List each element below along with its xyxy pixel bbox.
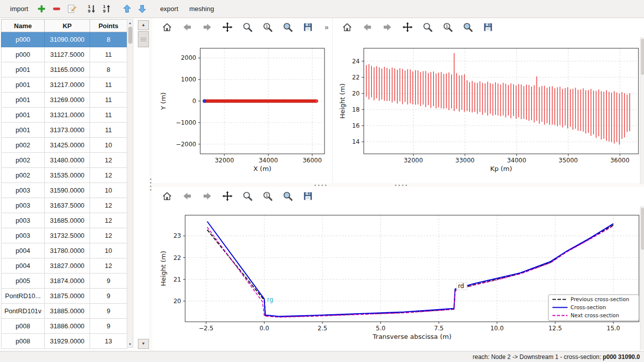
mpl-zoom-selection-button[interactable] <box>460 20 475 35</box>
table-scrollbar[interactable]: ▲ ▼ <box>127 19 133 348</box>
table-row[interactable]: p00831929.000013 <box>2 334 127 349</box>
mpl-zoom-selection-button[interactable] <box>280 189 295 204</box>
mpl-forward-button[interactable] <box>200 189 215 204</box>
splitter-handle[interactable] <box>314 185 327 186</box>
right-scrollbar-bottom-thumb[interactable] <box>641 208 644 250</box>
table-row[interactable]: p00831886.00009 <box>2 319 127 334</box>
table-row[interactable]: p00231535.000012 <box>2 168 127 183</box>
table-scroll-up-icon[interactable]: ▲ <box>127 20 133 26</box>
right-scrollbar-bottom[interactable] <box>640 206 644 350</box>
panel-scrollbar[interactable]: ▲ ▼ <box>138 20 149 349</box>
table-scroll-down-icon[interactable]: ▼ <box>127 341 133 347</box>
cross-section-chart[interactable]: −2.50.02.55.07.510.012.515.020212223Tran… <box>152 205 644 351</box>
cell-points: 12 <box>90 258 127 274</box>
cell-points: 9 <box>90 274 127 289</box>
mpl-pan-button[interactable] <box>400 20 415 35</box>
table-row[interactable]: p00131217.000011 <box>2 77 127 93</box>
mpl-back-button[interactable] <box>180 20 195 35</box>
toolbar-overflow-chevron[interactable]: » <box>325 23 329 31</box>
mpl-zoom-original-button[interactable]: 1 <box>260 189 275 204</box>
table-row[interactable]: p00031127.500011 <box>2 47 127 62</box>
mpl-zoom-button[interactable] <box>240 189 255 204</box>
cell-points: 12 <box>90 153 127 168</box>
cross-section-panel: 1 −2.50.02.55.07.510.012.515.020212223Tr… <box>152 187 644 351</box>
cell-name: p008 <box>2 319 45 334</box>
mpl-back-button[interactable] <box>180 189 195 204</box>
mpl-home-button[interactable] <box>159 189 175 204</box>
panel-scroll-up-button[interactable]: ▲ <box>138 20 149 30</box>
right-scrollbar-top[interactable] <box>640 37 644 184</box>
panel-scrollbar-thumb[interactable] <box>138 31 149 47</box>
add-cross-section-button[interactable] <box>34 2 48 16</box>
mpl-zoom-original-button[interactable]: 1 <box>440 20 455 35</box>
table-row[interactable]: p00131269.000011 <box>2 93 127 108</box>
horizontal-splitter[interactable] <box>152 183 644 187</box>
panel-scroll-down-button[interactable]: ▼ <box>138 339 149 349</box>
mpl-save-button[interactable] <box>300 20 315 35</box>
forward-arrow-icon <box>202 22 213 33</box>
table-row[interactable]: p00031090.00008 <box>2 32 127 47</box>
long-profile-panel: 1 3200033000340003500036000141618202224K… <box>332 18 644 183</box>
splitter-handle[interactable] <box>150 178 151 191</box>
table-scrollbar-thumb[interactable] <box>128 27 132 44</box>
import-button[interactable]: import <box>5 3 33 15</box>
right-scrollbar-top-thumb[interactable] <box>641 39 644 75</box>
table-row[interactable]: p00131165.00008 <box>2 62 127 77</box>
table-row[interactable]: p00331685.000012 <box>2 213 127 228</box>
svg-text:1: 1 <box>266 24 268 29</box>
mpl-zoom-selection-button[interactable] <box>280 20 295 35</box>
table-row[interactable]: p00231480.000012 <box>2 153 127 168</box>
mpl-save-button[interactable] <box>480 20 496 35</box>
table-row[interactable]: p00331637.500012 <box>2 198 127 213</box>
table-row[interactable]: p00131373.000011 <box>2 123 127 138</box>
mpl-home-button[interactable] <box>159 20 175 35</box>
table-row[interactable]: p00531874.00009 <box>2 274 127 289</box>
sort-descending-button[interactable]: 19 <box>85 2 99 16</box>
table-row[interactable]: PontRD10...31875.00009 <box>2 289 127 304</box>
table-row[interactable]: p00431827.000012 <box>2 258 127 274</box>
back-arrow-icon <box>182 22 193 33</box>
mpl-save-button[interactable] <box>300 189 315 204</box>
column-header-points[interactable]: Points <box>90 20 127 32</box>
meshing-menu[interactable]: meshing <box>184 3 219 15</box>
mpl-forward-button[interactable] <box>380 20 395 35</box>
forward-arrow-icon <box>382 22 393 33</box>
mpl-pan-button[interactable] <box>220 20 235 35</box>
cell-kp: 31685.0000 <box>45 213 90 228</box>
mpl-zoom-button[interactable] <box>420 20 435 35</box>
table-row[interactable]: p00131321.000011 <box>2 108 127 123</box>
column-header-kp[interactable]: KP <box>45 20 90 32</box>
cell-points: 12 <box>90 168 127 183</box>
mpl-pan-button[interactable] <box>220 189 235 204</box>
cell-name: p003 <box>2 213 45 228</box>
svg-text:24: 24 <box>352 58 360 65</box>
mpl-back-button[interactable] <box>360 20 375 35</box>
column-header-name[interactable]: Name <box>2 20 45 32</box>
table-row[interactable]: p00331732.500012 <box>2 228 127 243</box>
table-row[interactable]: PontRD101v31885.00009 <box>2 304 127 319</box>
svg-text:23: 23 <box>174 232 181 239</box>
table-row[interactable]: p00331590.000010 <box>2 183 127 198</box>
cell-name: p008 <box>2 334 45 349</box>
splitter-handle[interactable] <box>395 185 407 186</box>
export-button[interactable]: export <box>155 3 183 15</box>
vertical-splitter[interactable] <box>149 18 152 351</box>
mpl-zoom-original-button[interactable]: 1 <box>260 20 275 35</box>
longitudinal-profile-chart[interactable]: 3200033000340003500036000141618202224Kp … <box>333 36 644 183</box>
svg-text:Height (m): Height (m) <box>159 251 167 286</box>
table-row[interactable]: p00231425.000010 <box>2 138 127 153</box>
sort-ascending-button[interactable]: 19 <box>100 2 114 16</box>
move-down-button[interactable] <box>135 2 149 16</box>
svg-text:7.5: 7.5 <box>434 325 444 332</box>
mpl-zoom-button[interactable] <box>240 20 255 35</box>
move-up-button[interactable] <box>120 2 134 16</box>
remove-cross-section-button[interactable] <box>49 2 63 16</box>
table-row[interactable]: p00431780.000010 <box>2 243 127 258</box>
forward-arrow-icon <box>202 191 213 202</box>
plan-view-chart[interactable]: 320003400036000−2000−1000010002000X (m)Y… <box>152 36 332 183</box>
mpl-forward-button[interactable] <box>200 20 215 35</box>
mpl-home-button[interactable] <box>340 20 355 35</box>
edit-cross-section-button[interactable] <box>64 2 78 16</box>
cell-kp: 31929.0000 <box>45 334 90 349</box>
arrow-down-icon <box>137 4 147 14</box>
